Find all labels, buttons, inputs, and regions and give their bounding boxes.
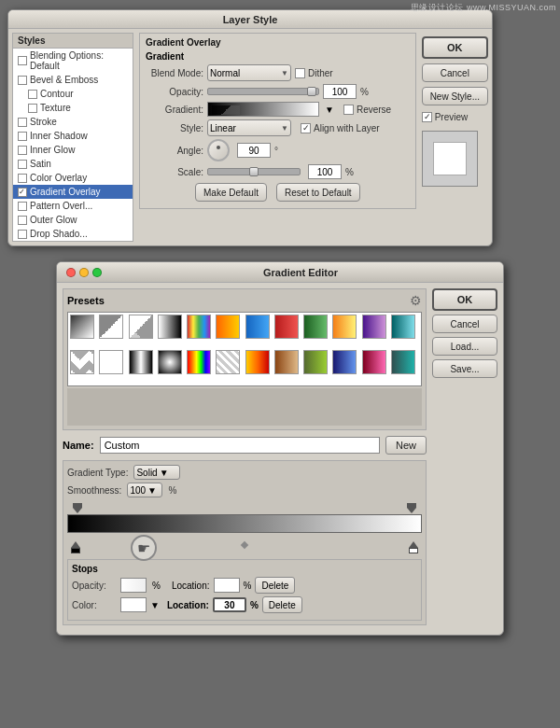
color-stop-white[interactable]: [409, 541, 418, 553]
sidebar-item-inner-shadow[interactable]: Inner Shadow: [13, 129, 133, 143]
opacity-input[interactable]: [323, 84, 357, 99]
preset-15[interactable]: [129, 350, 153, 374]
style-select[interactable]: Linear ▼: [207, 119, 291, 136]
delete-btn-2[interactable]: Delete: [262, 596, 302, 613]
sidebar-item-blending[interactable]: Blending Options: Default: [13, 49, 133, 73]
smoothness-select[interactable]: 100 ▼: [127, 483, 162, 497]
reverse-checkbox[interactable]: [343, 105, 354, 115]
checkbox-inner-shadow[interactable]: [18, 132, 27, 141]
reset-default-btn[interactable]: Reset to Default: [276, 183, 360, 202]
color-stop-black[interactable]: [71, 541, 80, 553]
preset-2[interactable]: [99, 315, 123, 339]
ge-cancel-button[interactable]: Cancel: [432, 315, 497, 333]
sidebar-item-bevel[interactable]: Bevel & Emboss: [13, 73, 133, 87]
checkbox-stroke[interactable]: [18, 118, 27, 127]
preset-23[interactable]: [362, 350, 386, 374]
preset-19[interactable]: [245, 350, 270, 374]
preset-20[interactable]: [274, 350, 299, 374]
sidebar-item-stroke[interactable]: Stroke: [13, 115, 133, 129]
new-style-button[interactable]: New Style...: [422, 87, 488, 105]
close-button[interactable]: [66, 268, 76, 277]
ge-ok-button[interactable]: OK: [432, 288, 497, 311]
checkbox-bevel[interactable]: [18, 76, 27, 85]
opacity-thumb[interactable]: [307, 87, 316, 96]
preset-11[interactable]: [362, 315, 386, 339]
gradient-bar[interactable]: [207, 102, 319, 117]
sidebar-item-contour[interactable]: Contour: [13, 87, 133, 101]
minimize-button[interactable]: [79, 268, 89, 277]
preset-4[interactable]: [158, 315, 182, 339]
opacity-slider[interactable]: [207, 88, 319, 95]
checkbox-outer-glow[interactable]: [18, 216, 27, 225]
make-default-btn[interactable]: Make Default: [195, 183, 267, 202]
preset-1[interactable]: [70, 315, 94, 339]
checkbox-satin[interactable]: [18, 160, 27, 169]
preset-13[interactable]: [70, 350, 94, 374]
angle-dot: [217, 146, 220, 149]
checkbox-gradient-overlay[interactable]: [18, 188, 27, 197]
gear-icon[interactable]: ⚙: [410, 293, 422, 308]
preset-9[interactable]: [303, 315, 328, 339]
checkbox-inner-glow[interactable]: [18, 146, 27, 155]
midpoint-diamond[interactable]: [240, 542, 249, 548]
maximize-button[interactable]: [92, 268, 102, 277]
location-input-1[interactable]: [214, 578, 240, 593]
preset-21[interactable]: [303, 350, 328, 374]
checkbox-texture[interactable]: [28, 104, 37, 113]
sidebar-item-outer-glow[interactable]: Outer Glow: [13, 213, 133, 227]
preset-3[interactable]: [129, 315, 153, 339]
layer-style-sidebar: Styles Blending Options: Default Bevel &…: [12, 33, 133, 242]
checkbox-drop-shadow[interactable]: [18, 230, 27, 239]
sidebar-item-gradient-overlay[interactable]: Gradient Overlay: [13, 185, 133, 199]
preset-7[interactable]: [245, 315, 270, 339]
gradient-bar-container: ☛: [67, 503, 422, 553]
preset-18[interactable]: [216, 350, 240, 374]
blend-mode-select[interactable]: Normal ▼: [207, 64, 291, 81]
sidebar-item-drop-shadow[interactable]: Drop Shado...: [13, 227, 133, 241]
preset-22[interactable]: [332, 350, 357, 374]
preset-5[interactable]: [187, 315, 211, 339]
location-input-2[interactable]: [213, 597, 246, 612]
preset-14[interactable]: [99, 350, 123, 374]
gradient-preview-bar[interactable]: [67, 514, 422, 533]
opacity-stop-left[interactable]: [73, 503, 82, 514]
checkbox-contour[interactable]: [28, 90, 37, 99]
ok-button[interactable]: OK: [422, 36, 488, 59]
align-layer-checkbox[interactable]: [301, 123, 311, 133]
delete-btn-1[interactable]: Delete: [255, 577, 295, 594]
preset-12[interactable]: [391, 315, 415, 339]
opacity-stop-right[interactable]: [407, 503, 416, 514]
scale-input[interactable]: [308, 164, 342, 179]
opacity-swatch[interactable]: [120, 578, 147, 593]
scale-slider[interactable]: [207, 168, 301, 175]
scale-thumb[interactable]: [249, 167, 259, 176]
preset-17[interactable]: [187, 350, 211, 374]
sidebar-item-pattern-overlay[interactable]: Pattern Overl...: [13, 199, 133, 213]
preset-16[interactable]: [158, 350, 182, 374]
cancel-button[interactable]: Cancel: [422, 63, 488, 82]
gradient-type-select[interactable]: Solid ▼: [133, 465, 180, 480]
cursor-hand-icon[interactable]: ☛: [131, 535, 157, 561]
preset-10[interactable]: [332, 315, 357, 339]
checkbox-color-overlay[interactable]: [18, 174, 27, 183]
preset-8[interactable]: [274, 315, 299, 339]
dither-checkbox[interactable]: [295, 68, 305, 78]
sidebar-item-color-overlay[interactable]: Color Overlay: [13, 171, 133, 185]
new-gradient-btn[interactable]: New: [385, 436, 427, 455]
checkbox-blending[interactable]: [18, 56, 27, 65]
preset-24[interactable]: [391, 350, 415, 374]
ge-load-button[interactable]: Load...: [432, 337, 497, 356]
checkbox-pattern-overlay[interactable]: [18, 202, 27, 211]
gradient-dropdown-arrow[interactable]: ▼: [325, 105, 334, 115]
angle-input[interactable]: [237, 143, 271, 158]
preset-6[interactable]: [216, 315, 240, 339]
color-swatch[interactable]: [120, 597, 147, 612]
sidebar-item-inner-glow[interactable]: Inner Glow: [13, 143, 133, 157]
name-input[interactable]: [100, 437, 380, 454]
sidebar-item-texture[interactable]: Texture: [13, 101, 133, 115]
preview-checkbox[interactable]: [422, 112, 432, 122]
color-swatch-arrow[interactable]: ▼: [150, 600, 160, 610]
angle-knob[interactable]: [207, 139, 230, 161]
sidebar-item-satin[interactable]: Satin: [13, 157, 133, 171]
ge-save-button[interactable]: Save...: [432, 359, 497, 378]
